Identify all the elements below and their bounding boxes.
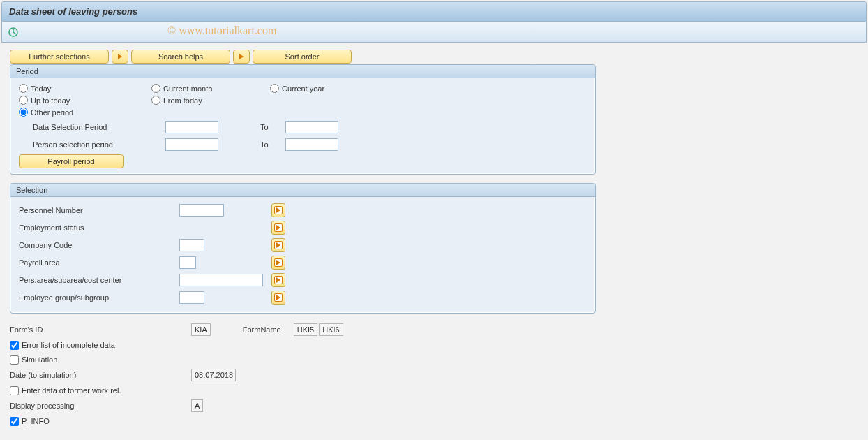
pers-area-label: Pers.area/subarea/cost center [19, 276, 179, 284]
simulation-checkbox[interactable]: Simulation [10, 353, 858, 367]
sort-order-arrow-icon[interactable] [233, 50, 250, 64]
date-sim-value: 08.07.2018 [191, 369, 236, 381]
forms-id-value: KIA [191, 323, 211, 336]
company-code-input[interactable] [179, 239, 204, 251]
personnel-number-label: Personnel Number [19, 206, 179, 214]
person-selection-to-input[interactable] [285, 138, 338, 151]
page-title: Data sheet of leaving persons [1, 1, 867, 22]
employment-status-multi-icon[interactable] [271, 221, 285, 235]
payroll-area-multi-icon[interactable] [271, 256, 285, 270]
company-code-label: Company Code [19, 241, 179, 249]
form-name-value-1: HKI5 [294, 323, 317, 336]
data-selection-from-input[interactable] [165, 121, 218, 133]
selection-group-label: Selection [10, 184, 595, 197]
payroll-area-label: Payroll area [19, 258, 179, 267]
employment-status-label: Employment status [19, 223, 179, 232]
radio-current-month[interactable]: Current month [151, 84, 270, 93]
employee-group-label: Employee group/subgroup [19, 293, 179, 302]
radio-current-year[interactable]: Current year [270, 84, 389, 93]
app-toolbar [1, 22, 867, 43]
bottom-form: Form's ID KIA FormName HKI5 HKI6 Error l… [10, 322, 858, 428]
display-processing-label: Display processing [10, 402, 191, 410]
period-group: Period Today Current month Current year … [10, 64, 596, 175]
error-list-checkbox[interactable]: Error list of incomplete data [10, 338, 858, 352]
employee-group-input[interactable] [179, 291, 204, 304]
enter-former-checkbox[interactable]: Enter data of former work rel. [10, 383, 858, 397]
execute-icon[interactable] [8, 27, 19, 38]
form-name-label: FormName [243, 325, 281, 334]
forms-id-label: Form's ID [10, 325, 191, 334]
company-code-multi-icon[interactable] [271, 238, 285, 252]
radio-from-today[interactable]: From today [151, 96, 270, 105]
sort-order-button[interactable]: Sort order [253, 50, 352, 64]
payroll-period-button[interactable]: Payroll period [19, 154, 124, 168]
content-area: Further selections Search helps Sort ord… [0, 43, 868, 436]
data-selection-period-label: Data Selection Period [19, 123, 165, 131]
action-buttons-row: Further selections Search helps Sort ord… [10, 50, 858, 64]
selection-group: Selection Personnel Number Employment st… [10, 183, 596, 314]
p-info-checkbox[interactable]: P_INFO [10, 414, 858, 428]
radio-other-period[interactable]: Other period [19, 108, 151, 117]
employee-group-multi-icon[interactable] [271, 291, 285, 305]
pers-area-input[interactable] [179, 274, 263, 286]
to-label-1: To [260, 123, 285, 131]
date-sim-label: Date (to simulation) [10, 371, 191, 379]
data-selection-to-input[interactable] [285, 121, 338, 133]
personnel-number-input[interactable] [179, 204, 224, 217]
further-selections-button[interactable]: Further selections [10, 50, 109, 64]
search-helps-arrow-icon[interactable] [112, 50, 128, 64]
period-group-label: Period [10, 65, 595, 78]
display-processing-value: A [191, 399, 203, 412]
payroll-area-input[interactable] [179, 256, 196, 269]
personnel-number-multi-icon[interactable] [271, 203, 285, 217]
pers-area-multi-icon[interactable] [271, 273, 285, 287]
search-helps-button[interactable]: Search helps [131, 50, 230, 64]
person-selection-period-label: Person selection period [19, 140, 165, 149]
form-name-value-2: HKI6 [319, 323, 343, 336]
to-label-2: To [260, 140, 285, 149]
radio-up-to-today[interactable]: Up to today [19, 96, 151, 105]
person-selection-from-input[interactable] [165, 138, 218, 151]
radio-today[interactable]: Today [19, 84, 151, 93]
